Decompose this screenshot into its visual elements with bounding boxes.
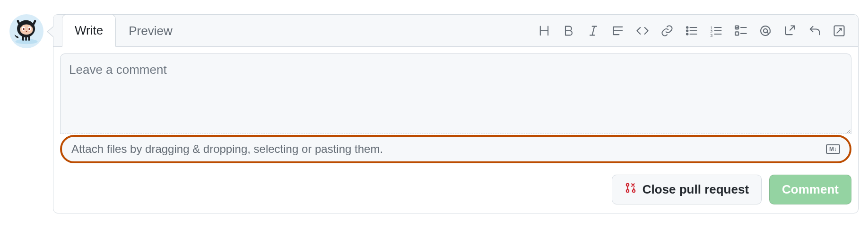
code-icon[interactable] xyxy=(636,24,649,37)
comment-body: Attach files by dragging & dropping, sel… xyxy=(53,47,858,170)
link-icon[interactable] xyxy=(660,24,674,37)
svg-text:3: 3 xyxy=(710,33,712,37)
fullscreen-icon[interactable] xyxy=(833,24,846,37)
comment-button[interactable]: Comment xyxy=(769,175,851,204)
attach-files-bar[interactable]: Attach files by dragging & dropping, sel… xyxy=(60,135,851,163)
mention-icon[interactable] xyxy=(759,24,772,37)
attach-hint-text: Attach files by dragging & dropping, sel… xyxy=(71,142,383,156)
tab-header: Write Preview xyxy=(53,15,858,47)
svg-point-7 xyxy=(686,27,688,28)
markdown-icon[interactable]: M↓ xyxy=(826,144,840,154)
svg-point-5 xyxy=(28,28,30,30)
ordered-list-icon[interactable]: 123 xyxy=(710,24,723,37)
comment-form: Write Preview xyxy=(53,14,859,213)
git-pull-request-closed-icon xyxy=(625,182,637,197)
svg-point-1 xyxy=(20,25,33,35)
unordered-list-icon[interactable] xyxy=(685,24,698,37)
tab-write[interactable]: Write xyxy=(62,14,116,47)
task-list-icon[interactable] xyxy=(734,24,747,37)
cross-reference-icon[interactable] xyxy=(783,24,797,37)
close-button-label: Close pull request xyxy=(642,182,749,197)
quote-icon[interactable] xyxy=(611,24,625,37)
avatar[interactable] xyxy=(9,14,43,48)
heading-icon[interactable] xyxy=(538,24,551,37)
svg-rect-14 xyxy=(735,32,738,35)
italic-icon[interactable] xyxy=(587,24,600,37)
close-pull-request-button[interactable]: Close pull request xyxy=(612,175,762,204)
bold-icon[interactable] xyxy=(562,24,575,37)
comment-textarea[interactable] xyxy=(60,53,851,134)
reply-icon[interactable] xyxy=(808,24,821,37)
svg-point-9 xyxy=(686,33,688,35)
comment-button-label: Comment xyxy=(782,182,839,197)
tabs: Write Preview xyxy=(62,15,185,46)
svg-point-6 xyxy=(26,31,27,32)
svg-point-8 xyxy=(686,30,688,32)
toolbar: 123 xyxy=(538,24,852,37)
form-actions: Close pull request Comment xyxy=(53,170,858,213)
svg-point-15 xyxy=(764,28,767,32)
tab-preview[interactable]: Preview xyxy=(116,15,185,47)
svg-point-4 xyxy=(23,28,24,30)
octocat-icon xyxy=(13,18,40,45)
